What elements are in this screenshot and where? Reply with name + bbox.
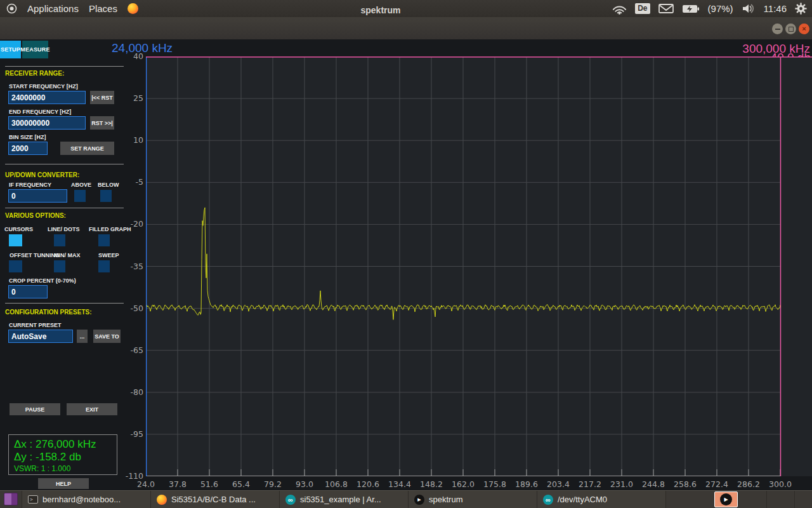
- x-tick-label: 244.8: [637, 479, 670, 489]
- y-tick-label: -65: [114, 345, 143, 355]
- exit-button[interactable]: EXIT: [67, 403, 117, 415]
- window-title: spektrum: [0, 5, 761, 15]
- vswr-readout: VSWR: 1 : 1.000: [14, 464, 117, 474]
- x-tick-label: 120.6: [351, 479, 384, 489]
- taskbar-item-label: spektrum: [429, 495, 462, 504]
- pause-button[interactable]: PAUSE: [10, 403, 60, 415]
- bottom-taskbar: >bernhard@noteboo...Si5351A/B/C-B Data .…: [0, 490, 812, 508]
- x-tick-label: 37.8: [161, 479, 194, 489]
- bin-size-label: BIN SIZE [HZ]: [9, 134, 46, 140]
- y-tick-label: -95: [114, 429, 143, 439]
- taskbar-item[interactable]: ▶spektrum: [408, 491, 537, 508]
- clock[interactable]: 11:46: [764, 3, 787, 14]
- taskbar-item[interactable]: ∞/dev/ttyACM0: [537, 491, 665, 508]
- divider: [794, 491, 795, 508]
- end-frequency-input[interactable]: 300000000: [8, 116, 86, 130]
- divider: [5, 303, 124, 304]
- reset-start-button[interactable]: |<< RST: [90, 91, 114, 104]
- x-tick-label: 24.0: [129, 479, 162, 489]
- tab-measure[interactable]: MEASURE: [22, 41, 48, 58]
- x-tick-label: 217.2: [573, 479, 606, 489]
- x-tick-label: 286.2: [732, 479, 765, 489]
- divider: [5, 208, 124, 208]
- sweep-label: SWEEP: [98, 252, 119, 258]
- bin-size-input[interactable]: 2000: [8, 142, 48, 155]
- spektrum-icon: ▶: [414, 495, 424, 505]
- current-preset-input[interactable]: AutoSave: [8, 330, 73, 343]
- cursor-readout-box: Δx : 276,000 kHz Δy : -158.2 db VSWR: 1 …: [8, 434, 117, 475]
- x-tick-label: 231.0: [605, 479, 638, 489]
- browse-presets-button[interactable]: ...: [77, 330, 88, 343]
- offset-tunning-checkbox[interactable]: [9, 260, 22, 272]
- terminal-icon: >: [28, 495, 38, 504]
- y-tick-label: 40: [114, 51, 143, 61]
- tab-setup[interactable]: SETUP: [0, 41, 21, 58]
- divider: [766, 491, 767, 508]
- x-tick-label: 65.4: [225, 479, 258, 489]
- taskbar-item-label: Si5351A/B/C-B Data ...: [171, 495, 256, 504]
- presets-header: CONFIGURATION PRESETS:: [5, 309, 91, 316]
- x-tick-label: 175.8: [478, 479, 511, 489]
- divider: [5, 164, 124, 164]
- minimize-button[interactable]: [772, 23, 783, 34]
- arduino-icon: ∞: [285, 495, 296, 505]
- close-button[interactable]: ×: [799, 23, 809, 34]
- sweep-checkbox[interactable]: [98, 260, 110, 272]
- cursors-checkbox[interactable]: [9, 234, 22, 246]
- crop-percent-input[interactable]: 0: [8, 285, 48, 298]
- taskbar-item-label: bernhard@noteboo...: [43, 495, 121, 504]
- x-tick-label: 79.2: [256, 479, 289, 489]
- if-frequency-input[interactable]: 0: [8, 189, 67, 203]
- x-tick-label: 51.6: [193, 479, 226, 489]
- x-tick-label: 258.6: [669, 479, 702, 489]
- set-range-button[interactable]: SET RANGE: [60, 142, 114, 155]
- x-tick-label: 134.4: [383, 479, 416, 489]
- cursors-label: CURSORS: [4, 226, 33, 232]
- reset-end-button[interactable]: RST >>|: [90, 116, 114, 130]
- below-checkbox[interactable]: [100, 190, 112, 202]
- y-tick-label: -80: [114, 387, 143, 397]
- arduino-icon: ∞: [543, 495, 553, 505]
- divider: [5, 66, 124, 67]
- filled-graph-checkbox[interactable]: [98, 234, 110, 246]
- spektrum-icon: ▶: [720, 493, 732, 505]
- spectrum-plot[interactable]: [146, 57, 812, 476]
- line-dots-label: LINE/ DOTS: [48, 226, 80, 232]
- x-tick-label: 272.4: [700, 479, 733, 489]
- start-frequency-label: START FREQUENCY [HZ]: [9, 83, 78, 90]
- min-max-checkbox[interactable]: [54, 260, 65, 272]
- end-frequency-label: END FREQUENCY [HZ]: [9, 109, 71, 115]
- y-tick-label: 10: [114, 135, 143, 145]
- offset-tunning-label: OFFSET TUNNING: [10, 252, 60, 258]
- save-to-button[interactable]: SAVE TO: [93, 330, 121, 343]
- current-preset-label: CURRENT PRESET: [9, 322, 62, 328]
- taskbar-item[interactable]: >bernhard@noteboo...: [22, 491, 150, 508]
- line-dots-checkbox[interactable]: [54, 234, 65, 246]
- divider: [665, 491, 666, 508]
- start-frequency-input[interactable]: 24000000: [8, 91, 86, 104]
- x-tick-label: 162.0: [447, 479, 480, 489]
- options-header: VARIOUS OPTIONS:: [5, 212, 66, 219]
- above-label: ABOVE: [71, 182, 91, 188]
- if-frequency-label: IF FREQUENCY: [9, 182, 51, 188]
- x-tick-label: 106.8: [320, 479, 353, 489]
- desktop: Applications Places De (97%): [0, 0, 812, 508]
- y-tick-label: -50: [114, 304, 143, 313]
- maximize-button[interactable]: [785, 23, 796, 34]
- taskbar-item[interactable]: ∞si5351_example | Ar...: [279, 491, 408, 508]
- y-tick-label: -35: [114, 262, 143, 271]
- taskbar-item-label: /dev/ttyACM0: [558, 495, 607, 504]
- gear-icon[interactable]: [795, 3, 807, 15]
- window-title-bar[interactable]: [0, 17, 812, 40]
- converter-header: UP/DOWN CONVERTER:: [5, 171, 79, 178]
- tray-active-app-highlight[interactable]: ▶: [714, 491, 738, 507]
- taskbar-item[interactable]: Si5351A/B/C-B Data ...: [150, 491, 279, 508]
- above-checkbox[interactable]: [74, 190, 86, 202]
- x-tick-label: 93.0: [288, 479, 321, 489]
- crop-percent-label: CROP PERCENT (0-70%): [9, 277, 76, 284]
- x-tick-label: 300.0: [764, 479, 797, 489]
- help-button[interactable]: HELP: [38, 478, 89, 489]
- taskbar-item-label: si5351_example | Ar...: [300, 495, 381, 504]
- min-max-label: MIN/ MAX: [54, 252, 81, 258]
- workspace-switcher-icon[interactable]: [4, 493, 18, 505]
